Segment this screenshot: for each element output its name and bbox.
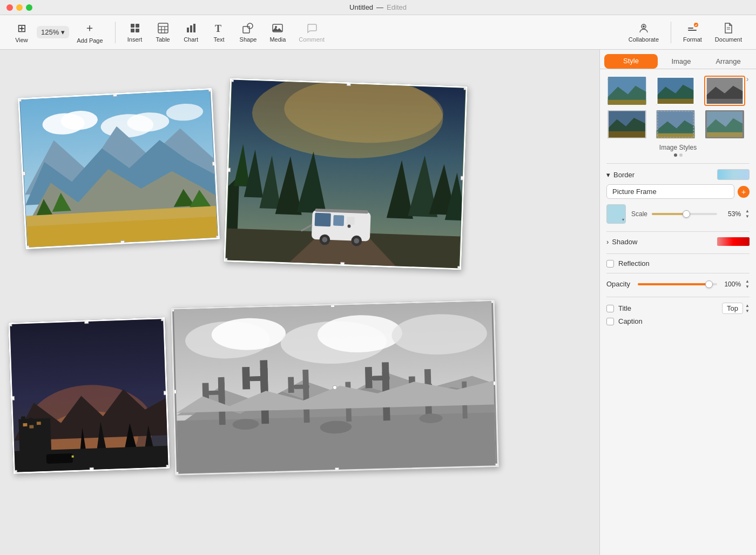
caption-label: Caption	[618, 317, 643, 325]
opacity-down[interactable]: ▼	[745, 284, 750, 290]
format-icon	[686, 22, 698, 34]
reflection-row: Reflection	[606, 259, 750, 268]
svg-rect-13	[243, 26, 249, 33]
shadow-section: › Shadow	[606, 237, 750, 246]
svg-point-14	[247, 23, 253, 29]
reflection-label: Reflection	[618, 259, 650, 268]
photo-camper[interactable]	[224, 78, 468, 270]
shadow-header[interactable]: › Shadow	[606, 237, 750, 246]
picture-frame-action[interactable]: +	[738, 186, 750, 198]
shadow-color-line[interactable]	[717, 237, 750, 246]
svg-rect-118	[608, 100, 646, 105]
svg-rect-99	[260, 368, 268, 391]
shape-button[interactable]: Shape	[234, 19, 262, 46]
style-thumb-4[interactable]	[606, 109, 647, 139]
caption-row: Caption	[606, 317, 750, 325]
shadow-chevron-right: ›	[606, 238, 609, 246]
document-label: Document	[715, 36, 742, 43]
chart-icon	[185, 22, 197, 34]
border-color-swatch[interactable]	[717, 169, 750, 180]
dot-2[interactable]	[679, 153, 683, 157]
tab-image[interactable]: Image	[658, 54, 705, 69]
text-label: Text	[213, 36, 224, 43]
pagination-dots	[606, 153, 750, 157]
scale-down[interactable]: ▼	[745, 214, 750, 219]
reflection-checkbox[interactable]	[606, 260, 614, 268]
canvas[interactable]	[0, 50, 599, 555]
border-header[interactable]: ▾ Border	[606, 169, 750, 180]
image-styles-label: Image Styles	[606, 144, 750, 151]
collaborate-icon	[638, 22, 650, 34]
close-button[interactable]	[6, 4, 13, 11]
collaborate-button[interactable]: Collaborate	[623, 19, 664, 46]
scale-up[interactable]: ▲	[745, 209, 750, 214]
style-thumb-2[interactable]	[655, 76, 696, 106]
border-section: ▾ Border Picture Frame +	[606, 169, 750, 224]
divider-1	[606, 163, 750, 164]
border-chevron-down: ▾	[606, 171, 610, 179]
title-position-stepper[interactable]: ▲ ▼	[745, 303, 750, 313]
style-thumb-5[interactable]	[655, 109, 696, 139]
styles-prev-arrow[interactable]: ‹	[603, 73, 614, 84]
scale-value: 53%	[721, 210, 741, 218]
tab-arrange[interactable]: Arrange	[705, 54, 752, 69]
svg-point-21	[694, 23, 698, 27]
caption-checkbox[interactable]	[606, 318, 614, 325]
table-icon	[157, 22, 169, 34]
svg-rect-4	[158, 23, 168, 33]
document-button[interactable]: Document	[710, 19, 747, 46]
text-button[interactable]: T Text	[206, 19, 232, 46]
style-thumb-6[interactable]	[704, 109, 745, 139]
photo-desert[interactable]	[171, 299, 499, 476]
add-page-button[interactable]: ＋ Add Page	[71, 17, 108, 47]
minimize-button[interactable]	[16, 4, 23, 11]
maximize-button[interactable]	[26, 4, 32, 11]
title-position[interactable]: Top	[722, 303, 743, 314]
scale-slider[interactable]	[652, 213, 717, 215]
format-label: Format	[683, 36, 702, 43]
svg-rect-101	[293, 384, 309, 389]
svg-rect-19	[688, 30, 697, 31]
style-thumb-3[interactable]	[704, 76, 745, 106]
image-styles-grid	[606, 76, 750, 139]
opacity-slider[interactable]	[638, 283, 717, 285]
scale-stepper[interactable]: ▲ ▼	[745, 209, 750, 219]
zoom-chevron: ▾	[61, 28, 65, 36]
tab-style[interactable]: Style	[604, 54, 658, 69]
table-button[interactable]: Table	[150, 19, 176, 46]
svg-rect-102	[288, 377, 294, 393]
opacity-up[interactable]: ▲	[745, 279, 750, 284]
styles-next-arrow[interactable]: ›	[742, 73, 753, 84]
panel-tabs: Style Image Arrange	[600, 50, 756, 69]
title-label: Title	[618, 304, 718, 312]
media-button[interactable]: Media	[264, 19, 291, 46]
insert-label: Insert	[127, 36, 143, 43]
insert-button[interactable]: Insert	[122, 19, 148, 46]
picture-frame-select[interactable]: Picture Frame	[606, 184, 734, 199]
add-page-icon: ＋	[84, 21, 95, 35]
svg-rect-69	[21, 416, 25, 422]
svg-rect-11	[193, 24, 195, 32]
title-checkbox[interactable]	[606, 305, 614, 312]
format-button[interactable]: Format	[678, 19, 707, 46]
image-styles-container: ‹	[606, 76, 750, 139]
divider-4	[606, 273, 750, 273]
title-pos-up[interactable]: ▲	[745, 303, 750, 309]
title-pos-down[interactable]: ▼	[745, 309, 750, 314]
insert-icon	[129, 22, 141, 34]
frame-color-swatch[interactable]: ▾	[606, 204, 626, 224]
zoom-control[interactable]: 125% ▾	[37, 26, 69, 38]
photo-mountain[interactable]	[18, 88, 220, 249]
comment-button[interactable]: Comment	[293, 19, 330, 46]
svg-rect-10	[190, 25, 192, 32]
view-button[interactable]: ⊞ View	[9, 18, 35, 46]
opacity-stepper[interactable]: ▲ ▼	[745, 279, 750, 289]
shadow-label: Shadow	[612, 238, 637, 246]
view-label: View	[15, 37, 28, 43]
divider-5	[606, 297, 750, 297]
svg-rect-95	[218, 383, 225, 402]
main-area: Style Image Arrange ‹	[0, 50, 756, 555]
photo-night[interactable]	[8, 317, 170, 474]
chart-button[interactable]: Chart	[178, 19, 204, 46]
dot-1[interactable]	[674, 153, 677, 157]
